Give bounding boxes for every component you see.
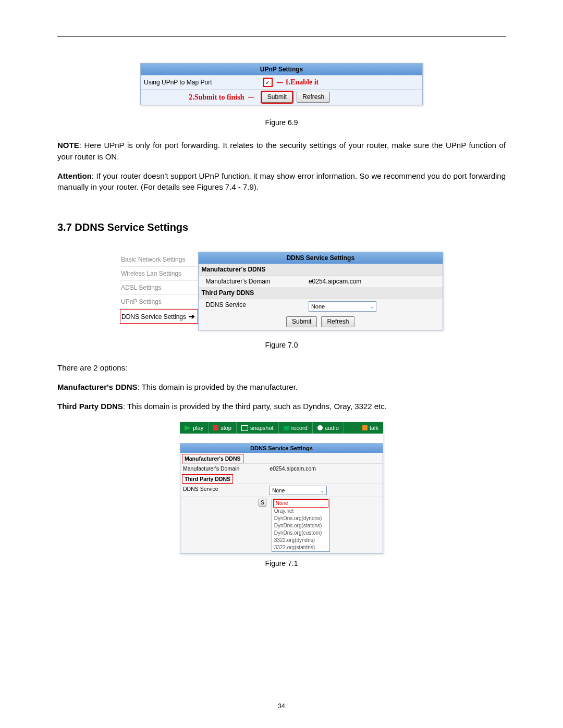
stop-button[interactable]: stop <box>209 422 237 434</box>
audio-icon <box>317 425 323 430</box>
ddns-options-dropdown[interactable]: None Oray.net DynDns.org(dyndns) DynDns.… <box>272 499 330 552</box>
talk-icon <box>362 425 368 430</box>
third-ddns-label: Third Party DDNS <box>57 402 123 411</box>
mfg-section-box: Manufacturer's DDNS <box>182 454 243 463</box>
mfg-domain-value: e0254.aipcam.com <box>270 465 380 472</box>
chevron-down-icon: ⌄ <box>320 488 324 493</box>
select-value: None <box>311 303 325 310</box>
mfg-ddns-text: : This domain is provided by the manufac… <box>138 382 298 391</box>
ddns-service-select[interactable]: None ⌄ <box>270 486 327 495</box>
attention-label: Attention <box>57 171 92 180</box>
ddns-panel: DDNS Service Settings Manufacturer's DDN… <box>198 252 443 330</box>
upnp-title: UPnP Settings <box>141 64 422 75</box>
third-ddns-text: : This domain is provided by the third p… <box>123 402 387 411</box>
mfg-domain-label: Manufacturer's Domain <box>202 278 309 285</box>
ddns-service-select[interactable]: None ⌄ <box>309 301 376 312</box>
camera-toolbar: play stop snapshot record audio talk <box>180 422 383 434</box>
options-intro: There are 2 options: <box>57 362 506 374</box>
stop-icon <box>213 425 218 430</box>
audio-button[interactable]: audio <box>313 422 344 434</box>
submit-button[interactable]: Submit <box>262 92 292 103</box>
ddns-option[interactable]: DynDns.org(custom) <box>272 529 329 537</box>
play-icon <box>185 425 191 430</box>
note-text: : Here UPnP is only for port forwarding.… <box>57 141 506 161</box>
annotation-submit: 2.Submit to finish <box>189 93 244 102</box>
figure-7-0: Basic Network Settings Wireless Lan Sett… <box>120 252 443 330</box>
sidebar-item-upnp[interactable]: UPnP Settings <box>120 295 198 309</box>
figure-7-0-caption: Figure 7.0 <box>57 341 506 349</box>
record-button[interactable]: record <box>279 422 313 434</box>
snapshot-button[interactable]: snapshot <box>237 422 279 434</box>
figure-6-9: UPnP Settings Using UPnP to Map Port ✓ —… <box>140 63 423 105</box>
ddns-option[interactable]: Oray.net <box>272 508 329 515</box>
sidebar-item-label: DDNS Service Settings <box>121 313 186 320</box>
upnp-row-label: Using UPnP to Map Port <box>141 76 260 89</box>
dash-icon: — <box>246 93 256 101</box>
figure-7-1-caption: Figure 7.1 <box>57 559 506 567</box>
mfg-domain-value: e0254.aipcam.com <box>309 278 439 285</box>
sidebar-item-adsl[interactable]: ADSL Settings <box>120 281 198 295</box>
refresh-button[interactable]: Refresh <box>321 316 354 327</box>
third-party-section: Third Party DDNS <box>199 287 443 299</box>
figure-6-9-caption: Figure 6.9 <box>57 118 506 127</box>
sidebar-item-basic-network[interactable]: Basic Network Settings <box>120 253 198 267</box>
upnp-checkbox[interactable]: ✓ <box>263 78 273 87</box>
sidebar-item-wireless[interactable]: Wireless Lan Settings <box>120 267 198 281</box>
ddns-panel-71: DDNS Service Settings Manufacturer's DDN… <box>180 443 383 554</box>
ddns-service-label: DDNS Service <box>183 486 270 495</box>
attention-paragraph: Attention: If your router doesn't suppor… <box>57 170 506 193</box>
snapshot-icon <box>241 425 248 431</box>
mfg-section: Manufacturer's DDNS <box>199 264 443 275</box>
refresh-button[interactable]: Refresh <box>297 92 330 103</box>
third-party-section-box: Third Party DDNS <box>182 474 233 484</box>
section-title: 3.7 DDNS Service Settings <box>57 221 506 233</box>
ddns-panel-header: DDNS Service Settings <box>199 252 443 264</box>
record-icon <box>284 426 289 430</box>
chevron-down-icon: ⌄ <box>370 304 374 310</box>
ddns-panel-header: DDNS Service Settings <box>180 443 383 453</box>
play-button[interactable]: play <box>180 422 209 434</box>
mfg-domain-label: Manufacturer's Domain <box>183 465 270 472</box>
note-paragraph: NOTE: Here UPnP is only for port forward… <box>57 140 506 163</box>
submit-button-partial[interactable]: S <box>259 499 266 507</box>
sidebar-item-ddns[interactable]: DDNS Service Settings ➔ <box>120 309 198 324</box>
ddns-option-none[interactable]: None <box>273 499 328 508</box>
page-number: 34 <box>0 702 563 710</box>
third-ddns-line: Third Party DDNS: This domain is provide… <box>57 401 506 412</box>
select-value: None <box>272 488 285 493</box>
arrow-icon: ➔ <box>189 312 195 320</box>
annotation-enable: 1.Enable it <box>285 78 319 87</box>
submit-button[interactable]: Submit <box>286 316 317 327</box>
figure-7-1: play stop snapshot record audio talk DDN… <box>180 422 383 554</box>
note-label: NOTE <box>57 141 79 150</box>
horizontal-rule <box>57 36 506 37</box>
talk-button[interactable]: talk <box>358 422 383 434</box>
dash-icon: — <box>275 79 285 86</box>
ddns-option[interactable]: DynDns.org(statdns) <box>272 522 329 529</box>
ddns-option[interactable]: DynDns.org(dyndns) <box>272 515 329 522</box>
settings-sidebar: Basic Network Settings Wireless Lan Sett… <box>120 252 198 330</box>
mfg-ddns-label: Manufacturer's DDNS <box>57 382 138 391</box>
ddns-option[interactable]: 3322.org(dyndns) <box>272 537 329 544</box>
ddns-service-label: DDNS Service <box>202 301 309 312</box>
ddns-option[interactable]: 3322.org(statdns) <box>272 544 329 551</box>
attention-text: : If your router doesn't support UPnP fu… <box>57 171 506 192</box>
mfg-ddns-line: Manufacturer's DDNS: This domain is prov… <box>57 381 506 393</box>
